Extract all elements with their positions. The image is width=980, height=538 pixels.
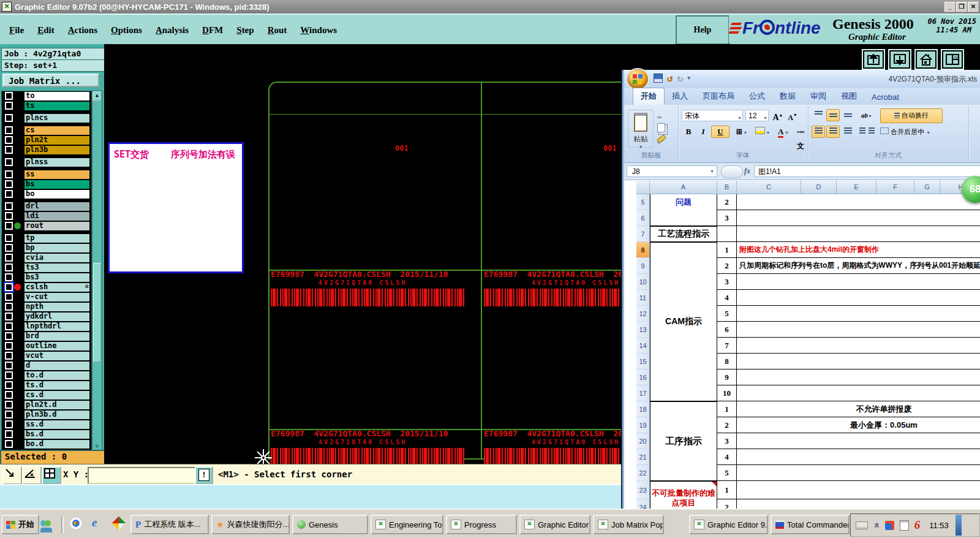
row-header-10[interactable]: 10	[636, 274, 650, 290]
increase-indent-button[interactable]	[867, 126, 875, 138]
cell-c20[interactable]	[737, 433, 980, 449]
layer-name[interactable]: ts.d	[24, 381, 90, 390]
close-button[interactable]: ✕	[968, 2, 979, 12]
cell-b22[interactable]: 5	[717, 465, 737, 481]
align-bottom-button[interactable]	[841, 109, 854, 121]
layer-row[interactable]: npth	[2, 302, 91, 312]
cell-c17[interactable]	[737, 385, 980, 401]
xy-input[interactable]	[88, 467, 197, 484]
pan-mode-button[interactable]	[2, 466, 22, 485]
layer-checkbox[interactable]	[5, 293, 13, 301]
align-top-button[interactable]	[812, 109, 825, 121]
layer-name[interactable]: ydkdrl	[24, 312, 90, 322]
cell-b19[interactable]: 2	[717, 417, 737, 433]
layer-row[interactable]: outline	[2, 341, 91, 351]
cell-b6[interactable]: 3	[717, 210, 737, 226]
task-button[interactable]: ✕Progress	[446, 515, 517, 534]
layer-row[interactable]: to	[2, 91, 91, 101]
name-box-dropdown-icon[interactable]: ▼	[710, 166, 714, 177]
task-button[interactable]: ✕Graphic Editor 9.0...	[519, 515, 590, 534]
tab-审阅[interactable]: 审阅	[803, 88, 834, 105]
layer-checkbox[interactable]	[5, 283, 13, 291]
cell-c8[interactable]: 附图这几个钻孔加上比盘大4mil的开窗制作	[737, 242, 980, 258]
font-color-button[interactable]: A ▼	[774, 126, 793, 138]
row-header-15[interactable]: 15	[636, 354, 650, 369]
layer-name[interactable]: ldi	[24, 211, 90, 221]
borders-button[interactable]: ⊞ ▼	[732, 126, 752, 138]
scroll-up-icon[interactable]: ▲	[92, 91, 102, 101]
layer-name[interactable]: pln3b.d	[24, 410, 90, 420]
layer-checkbox[interactable]	[5, 202, 13, 210]
layer-name[interactable]: plnss	[24, 157, 90, 167]
layer-name[interactable]: ss	[24, 170, 90, 180]
align-center-button[interactable]	[826, 126, 840, 138]
italic-button[interactable]: I	[696, 126, 710, 138]
layer-row[interactable]: tp	[2, 233, 91, 243]
bold-button[interactable]: B	[682, 126, 695, 138]
merged-cell[interactable]: 问题	[650, 194, 717, 226]
title-bar[interactable]: ✕ Graphic Editor 9.07b2 (00@HY-HYCAM-PC1…	[0, 0, 980, 13]
layer-checkbox[interactable]	[5, 158, 13, 166]
alert-button[interactable]: !	[195, 466, 213, 485]
layer-name[interactable]: pln3b	[24, 145, 90, 155]
save-icon[interactable]	[654, 74, 663, 83]
sheet-grid[interactable]: ABCDEFGH5263781附图这几个钻孔加上比盘大4mil的开窗制作92只加…	[636, 181, 980, 538]
excel-title-bar[interactable]: ↺ ↻ ▼ 4V2G71QTA0-预审指示.xls	[624, 70, 980, 88]
layer-checkbox[interactable]	[5, 381, 13, 389]
layer-row[interactable]: cslsh⊞	[2, 282, 91, 292]
layer-row[interactable]: bs.d	[2, 430, 91, 439]
layer-row[interactable]: cs	[2, 126, 91, 135]
layer-name[interactable]: v-cut	[24, 292, 90, 302]
layer-row[interactable]: pln3b.d	[2, 410, 91, 420]
layer-row[interactable]: vcut	[2, 351, 91, 361]
tab-开始[interactable]: 开始	[633, 88, 665, 105]
layer-row[interactable]: ts.d	[2, 381, 91, 390]
align-left-button[interactable]	[812, 126, 825, 138]
layer-checkbox[interactable]	[5, 126, 13, 134]
cell-b5[interactable]: 2	[717, 194, 737, 210]
scroll-down-icon[interactable]: ▽	[92, 443, 102, 449]
layer-name[interactable]: cs.d	[24, 390, 90, 400]
layer-name[interactable]: vcut	[24, 351, 90, 361]
tab-视图[interactable]: 视图	[834, 88, 864, 105]
layer-row[interactable]: bs	[2, 180, 91, 189]
layer-row[interactable]: ss.d	[2, 420, 91, 430]
cell-c14[interactable]	[737, 338, 980, 354]
cell-b23[interactable]: 1	[717, 481, 737, 499]
cell-b16[interactable]: 9	[717, 369, 737, 385]
layer-checkbox[interactable]	[5, 411, 13, 419]
cell-c13[interactable]	[737, 322, 980, 338]
redo-icon[interactable]: ↻	[677, 72, 684, 84]
layer-row[interactable]: bo.d	[2, 439, 91, 449]
tab-Acrobat[interactable]: Acrobat	[864, 90, 907, 105]
font-size-select[interactable]: 12 ▼	[745, 110, 769, 121]
row-header-21[interactable]: 21	[636, 449, 650, 465]
layer-name[interactable]: cs	[24, 126, 90, 135]
layer-checkbox[interactable]	[5, 332, 13, 340]
cell-c22[interactable]	[737, 465, 980, 481]
layer-checkbox[interactable]	[5, 401, 13, 409]
column-header-E[interactable]: E	[837, 181, 876, 194]
row-header-18[interactable]: 18	[636, 401, 650, 417]
merge-center-button[interactable]: 合并后居中 ▼	[880, 126, 954, 138]
excel-window[interactable]: ↺ ↻ ▼ 4V2G71QTA0-预审指示.xls 开始插入页面布局公式数据审阅…	[622, 70, 980, 538]
paste-up-button[interactable]	[861, 48, 886, 70]
formula-input[interactable]: 图1!A1	[754, 165, 980, 177]
tab-公式[interactable]: 公式	[742, 88, 772, 105]
layer-name[interactable]: bs	[24, 180, 90, 189]
quicklaunch-icon[interactable]	[112, 517, 126, 531]
row-header-7[interactable]: 7	[636, 226, 650, 242]
wrap-text-button[interactable]: 自动换行	[880, 108, 943, 123]
menu-item-options[interactable]: Options	[111, 25, 142, 36]
grid-toggle-button[interactable]	[42, 466, 61, 485]
layer-name[interactable]: bs.d	[24, 430, 90, 439]
layer-name[interactable]: brd	[24, 332, 90, 341]
cell-c6[interactable]	[737, 210, 980, 226]
layer-checkbox[interactable]	[5, 303, 13, 311]
row-header-9[interactable]: 9	[636, 258, 650, 274]
layer-name[interactable]: outline	[24, 341, 90, 351]
underline-button[interactable]: U	[711, 126, 729, 138]
merged-cell[interactable]: 工艺流程指示	[650, 226, 717, 242]
layer-row[interactable]: ydkdrl	[2, 312, 91, 322]
align-middle-button[interactable]	[826, 109, 840, 121]
